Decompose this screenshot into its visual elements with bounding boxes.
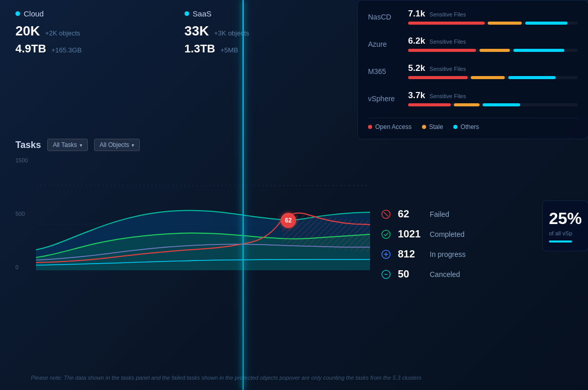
stat-number: 1021	[398, 228, 424, 240]
bar-segment	[408, 76, 468, 79]
source-name: vSphere	[368, 95, 404, 103]
bar-segment	[525, 22, 568, 25]
sensitive-info: 3.7k Sensitive Files	[408, 90, 578, 106]
tasks-header: Tasks All Tasks All Objects	[15, 139, 360, 151]
sensitive-row: Azure 6.2k Sensitive Files	[368, 36, 578, 52]
sensitive-count: 6.2k	[408, 36, 425, 46]
sensitive-row: vSphere 3.7k Sensitive Files	[368, 90, 578, 106]
svg-line-4	[384, 212, 388, 216]
all-tasks-filter[interactable]: All Tasks	[47, 139, 88, 151]
cloud-objects-row: 20K +2K objects	[15, 23, 82, 39]
disclaimer-note: Please note: The data shown in the tasks…	[31, 375, 557, 381]
legend-row: Open Access Stale Others	[368, 118, 578, 131]
sensitive-count: 3.7k	[408, 90, 425, 100]
stale-dot	[422, 125, 426, 129]
stats-panel: 62 Failed 1021 Completed 812 In progress…	[370, 203, 524, 293]
tasks-chart: 1500 500 0	[15, 157, 375, 270]
sensitive-count: 7.1k	[408, 9, 425, 18]
bar-segment	[508, 76, 556, 79]
cloud-dot	[15, 11, 20, 16]
cloud-title: Cloud	[15, 9, 82, 18]
bar-segment	[408, 49, 476, 52]
bar-segment	[480, 49, 510, 52]
timeline-cursor	[243, 0, 244, 390]
open-access-dot	[368, 125, 372, 129]
sensitive-info: 5.2k Sensitive Files	[408, 63, 578, 79]
saas-storage-value: 1.3TB	[185, 42, 215, 55]
saas-objects-value: 33K	[185, 23, 209, 39]
legend-others: Others	[453, 123, 479, 131]
cloud-objects-delta: +2K objects	[45, 29, 80, 37]
cloud-objects-value: 20K	[15, 23, 40, 39]
stat-row: 50 Canceled	[380, 268, 514, 280]
stat-row: 1021 Completed	[380, 228, 514, 240]
stat-icon	[380, 249, 392, 260]
all-objects-filter[interactable]: All Objects	[94, 139, 140, 151]
stat-row: 812 In progress	[380, 248, 514, 260]
legend-stale: Stale	[422, 123, 443, 131]
tasks-title: Tasks	[15, 140, 41, 151]
stat-label: Failed	[430, 210, 449, 218]
sensitive-files-panel: NasCD 7.1k Sensitive Files Azure 6.2k Se…	[357, 0, 588, 139]
stat-number: 50	[398, 268, 424, 280]
saas-dot	[185, 11, 189, 16]
bar-track	[408, 76, 578, 79]
saas-item: SaaS 33K +3K objects 1.3TB +5MB	[185, 9, 249, 55]
saas-title: SaaS	[185, 9, 249, 18]
sensitive-info: 6.2k Sensitive Files	[408, 36, 578, 52]
bar-segment	[454, 103, 480, 106]
tasks-section: Tasks All Tasks All Objects 1500 500 0	[0, 139, 375, 270]
saas-storage-row: 1.3TB +5MB	[185, 42, 249, 55]
saas-objects-delta: +3K objects	[214, 29, 249, 37]
bar-segment	[408, 103, 451, 106]
cloud-storage-row: 4.9TB +165.3GB	[15, 42, 82, 55]
sensitive-row: NasCD 7.1k Sensitive Files	[368, 9, 578, 25]
stat-icon	[380, 229, 392, 240]
chart-y-labels: 1500 500 0	[15, 157, 28, 270]
stat-row: 62 Failed	[380, 208, 514, 220]
chart-svg	[36, 157, 370, 270]
source-name: M365	[368, 67, 404, 76]
sensitive-label: Sensitive Files	[430, 11, 466, 17]
sensitive-rows: NasCD 7.1k Sensitive Files Azure 6.2k Se…	[368, 9, 578, 106]
stat-icon	[380, 269, 392, 280]
source-name: Azure	[368, 40, 404, 48]
percent-sub: of all vSp	[549, 230, 582, 236]
sensitive-label: Sensitive Files	[430, 93, 466, 99]
stat-number: 812	[398, 248, 424, 260]
cloud-item: Cloud 20K +2K objects 4.9TB +165.3GB	[15, 9, 82, 55]
svg-point-5	[382, 230, 390, 238]
bar-segment	[513, 49, 564, 52]
stat-label: In progress	[430, 250, 466, 258]
bar-track	[408, 103, 578, 106]
bar-track	[408, 49, 578, 52]
dashboard: Cloud 20K +2K objects 4.9TB +165.3GB Saa…	[0, 0, 588, 390]
bar-segment	[483, 103, 520, 106]
cloud-storage-delta: +165.3GB	[51, 46, 82, 54]
stat-icon	[380, 209, 392, 220]
bar-segment	[488, 22, 522, 25]
cloud-storage-value: 4.9TB	[15, 42, 46, 55]
stat-label: Completed	[430, 230, 465, 238]
others-dot	[453, 125, 457, 129]
sensitive-row: M365 5.2k Sensitive Files	[368, 63, 578, 79]
sensitive-count: 5.2k	[408, 63, 425, 73]
stat-label: Canceled	[430, 270, 460, 278]
legend-open-access: Open Access	[368, 123, 412, 131]
tooltip-failed: 62	[281, 213, 296, 228]
sensitive-info: 7.1k Sensitive Files	[408, 9, 578, 25]
saas-storage-delta: +5MB	[220, 46, 238, 54]
bar-segment	[408, 22, 485, 25]
bar-track	[408, 22, 578, 25]
percent-card: 25% of all vSp	[542, 200, 588, 251]
percent-value: 25%	[549, 209, 582, 228]
source-name: NasCD	[368, 13, 404, 21]
bar-segment	[471, 76, 505, 79]
saas-objects-row: 33K +3K objects	[185, 23, 249, 39]
stat-number: 62	[398, 208, 424, 220]
sensitive-label: Sensitive Files	[430, 66, 466, 72]
percent-bar	[549, 240, 572, 243]
sensitive-label: Sensitive Files	[430, 39, 466, 45]
